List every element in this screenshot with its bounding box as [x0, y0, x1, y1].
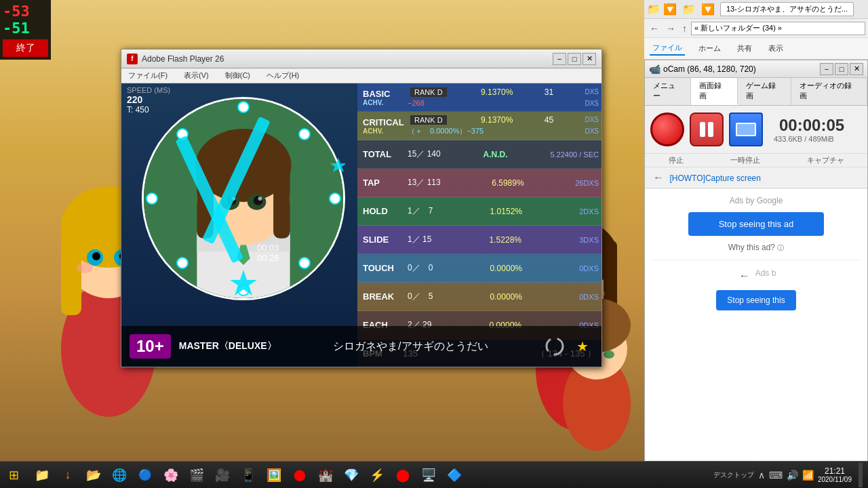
flash-player-window: f Adobe Flash Player 26 − □ ✕ ファイル(F) 表示… [121, 49, 602, 367]
basic-data: RANK D 9.1370% 31 DXS −268 DXS [405, 83, 601, 111]
stop-seeing-ad-button[interactable]: Stop seeing this ad [688, 212, 824, 236]
volume-icon[interactable]: 🔊 [787, 470, 798, 481]
score-row-touch: TOUCH 0／ 0 0.0000% 0DXS [357, 254, 601, 283]
loading-icon [545, 336, 565, 357]
speed-label: SPEED (MS) [127, 86, 170, 94]
taskbar-app-orange[interactable]: 💎 [339, 463, 363, 487]
svg-marker-56 [330, 158, 345, 172]
address-bar[interactable] [691, 22, 865, 35]
back-arrow[interactable]: ← [650, 169, 667, 186]
taskbar-app-ie[interactable]: 🔷 [442, 463, 467, 487]
menu-control[interactable]: 制御(C) [221, 69, 254, 82]
pause-label: 一時停止 [730, 155, 760, 165]
critical-rank: RANK D [410, 115, 447, 125]
taskbar-app-browser[interactable]: 🌐 [107, 463, 132, 487]
hold-label: HOLD [357, 197, 405, 225]
minimize-button[interactable]: − [553, 53, 566, 65]
taskbar-app-chrome[interactable]: 🔵 [133, 463, 157, 487]
taskbar-app-media[interactable]: 🎥 [210, 463, 235, 487]
ocam-timer: 00:00:05 [779, 116, 844, 135]
timer-value-1: -53 [3, 3, 48, 20]
break-data: 0／ 5 0.0000% 0DXS [405, 283, 601, 310]
slide-data: 1／ 15 1.5228% 3DXS [405, 226, 601, 253]
tab-game[interactable]: ゲーム録画 [738, 78, 791, 105]
taskbar-right: デスクトップ ∧ ⌨ 🔊 📶 21:21 2020/11/09 [708, 463, 868, 487]
taskbar-app-explorer[interactable]: 📁 [30, 463, 54, 487]
ads-by-google: Ads by Google [730, 196, 783, 205]
explorer-tab-bar: 📁 🔽 📁 🔽 13-シロガネやま、アサギのとうだ... [644, 0, 868, 19]
svg-point-50 [177, 258, 188, 268]
ribbon-share[interactable]: 共有 [734, 42, 755, 55]
pause-record-button[interactable] [690, 113, 724, 146]
tap-label: TAP [357, 169, 405, 197]
desktop-label[interactable]: デスクトップ [713, 470, 754, 480]
touch-data: 0／ 0 0.0000% 0DXS [405, 254, 601, 282]
tab-screen[interactable]: 画面録画 [691, 78, 737, 105]
ads-b-label: Ads b [755, 268, 776, 278]
svg-point-47 [330, 193, 340, 204]
maximize-button[interactable]: □ [568, 53, 581, 65]
score-panel: BASIC ACHV. RANK D 9.1370% 31 DXS −268 D… [357, 83, 601, 367]
taskbar-app-firefox[interactable]: 🌸 [159, 463, 183, 487]
taskbar-app-edge-icon[interactable]: ↓ [56, 463, 80, 487]
end-button[interactable]: 終了 [3, 39, 48, 57]
explorer-tab[interactable]: 13-シロガネやま、アサギのとうだ... [720, 2, 854, 16]
show-desktop-button[interactable] [859, 463, 863, 487]
systray-up[interactable]: ∧ [758, 470, 765, 481]
ocam-maximize[interactable]: □ [835, 63, 848, 75]
star-icon: ★ [573, 336, 593, 357]
taskbar-app-lightning[interactable]: ⚡ [365, 463, 389, 487]
game-area: SPEED (MS) 220 T: 450 [121, 83, 601, 367]
critical-data: RANK D 9.1370% 45 DXS （＋ 0.0000%）−375 DX… [405, 112, 601, 140]
taskbar-app-monitor[interactable]: 🖥️ [416, 463, 441, 487]
ocam-titlebar: 📹 oCam (86, 48, 1280, 720) − □ ✕ [645, 60, 867, 78]
taskbar: ⊞ 📁 ↓ 📂 🌐 🔵 🌸 🎬 🎥 📱 🖼️ ⬤ 🏰 💎 ⚡ ⬤ 🖥️ 🔷 デス… [0, 461, 868, 488]
taskbar-app-ocam[interactable]: ⬤ [391, 463, 415, 487]
taskbar-app-photo[interactable]: 🖼️ [262, 463, 286, 487]
svg-point-46 [299, 129, 310, 140]
ribbon-file[interactable]: ファイル [650, 41, 685, 56]
ribbon-view[interactable]: 表示 [766, 42, 786, 55]
stop-seeing-ad-button-2[interactable]: Stop seeing this [716, 290, 795, 310]
forward-button[interactable]: → [663, 22, 678, 35]
menu-file[interactable]: ファイル(F) [124, 69, 172, 82]
basic-rank: RANK D [410, 87, 447, 97]
menu-view[interactable]: 表示(V) [180, 69, 213, 82]
tab-audio[interactable]: オーディオの録画 [791, 78, 867, 105]
capture-label: キャプチャ [807, 155, 844, 165]
up-button[interactable]: ↑ [679, 22, 690, 35]
taskbar-app-castle[interactable]: 🏰 [313, 463, 338, 487]
menu-help[interactable]: ヘルプ(H) [262, 69, 303, 82]
keyboard-icon: ⌨ [769, 470, 783, 481]
explorer-nav-bar: ← → ↑ [644, 19, 868, 38]
explorer-window: 📁 🔽 📁 🔽 13-シロガネやま、アサギのとうだ... ← → ↑ ファイル … [644, 0, 868, 60]
hold-data: 1／ 7 1.0152% 2DXS [405, 197, 601, 225]
start-button[interactable]: ⊞ [0, 462, 27, 489]
svg-point-51 [146, 193, 157, 204]
tab-menu[interactable]: メニュー [645, 78, 691, 105]
stop-record-button[interactable] [650, 113, 684, 146]
svg-point-7 [92, 252, 100, 260]
taskbar-clock[interactable]: 21:21 2020/11/09 [818, 466, 852, 483]
ribbon-home[interactable]: ホーム [696, 42, 724, 55]
capture-button[interactable] [729, 113, 763, 146]
speed-info: SPEED (MS) 220 T: 450 [127, 86, 170, 115]
ads-divider [652, 260, 861, 260]
basic-label: BASIC ACHV. [357, 83, 405, 111]
ocam-minimize[interactable]: − [820, 63, 833, 75]
svg-point-45 [238, 102, 249, 113]
taskbar-app-phone[interactable]: 📱 [236, 463, 260, 487]
why-this-ad-link[interactable]: Why this ad? ⓘ [728, 243, 785, 253]
ocam-close[interactable]: ✕ [850, 63, 863, 75]
taskbar-app-red[interactable]: ⬤ [288, 463, 312, 487]
taskbar-app-folder2[interactable]: 📂 [81, 463, 106, 487]
circle-game-area: 00:03 00:28 [135, 90, 352, 307]
close-button[interactable]: ✕ [583, 53, 596, 65]
taskbar-app-video[interactable]: 🎬 [184, 463, 209, 487]
explorer-ribbon: ファイル ホーム 共有 表示 [644, 38, 868, 58]
score-row-critical: CRITICAL ACHV. RANK D 9.1370% 45 DXS （＋ … [357, 112, 601, 140]
back-arrow-2[interactable]: ← [736, 267, 753, 285]
back-button[interactable]: ← [647, 22, 662, 35]
howto-link[interactable]: [HOWTO]Capture screen [669, 174, 760, 183]
difficulty-badge: 10+ [130, 334, 171, 359]
